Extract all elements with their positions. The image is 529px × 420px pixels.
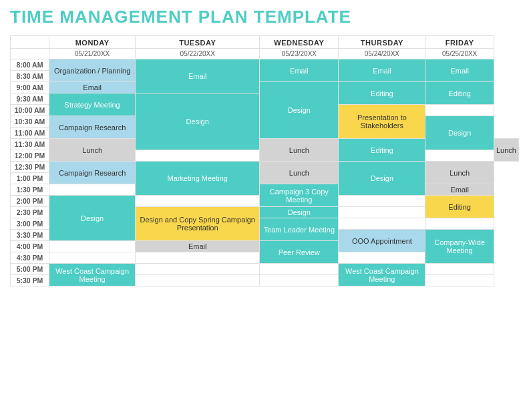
cell-mon-westcoast: West Coast Campaign Meeting (49, 264, 136, 286)
date-tuesday: 05/22/20XX (136, 49, 260, 59)
cell-empty (136, 264, 260, 275)
cell-empty (425, 264, 494, 275)
cell-mon-campaign-research-bot: Campaign Research (49, 162, 136, 184)
table-row: 8:00 AM Organization / Planning Email Em… (11, 59, 519, 71)
time-label: 10:00 AM (11, 105, 49, 116)
cell-wed-design-bot: Design (260, 207, 339, 218)
cell-tue-lunch: Lunch (260, 139, 339, 162)
cell-thu-design: Design (339, 162, 425, 196)
cell-empty (339, 218, 425, 230)
cell-fri-lunch: Lunch (425, 162, 494, 184)
cell-tue-email-bot: Email (136, 241, 260, 252)
cell-fri-company-wide: Company-Wide Meeting (425, 230, 494, 264)
cell-fri-editing-top: Editing (425, 82, 494, 105)
time-label: 5:00 PM (11, 264, 49, 275)
day-monday: MONDAY (49, 36, 136, 49)
time-label: 5:30 PM (11, 275, 49, 286)
time-label: 9:00 AM (11, 82, 49, 93)
page-title: TIME MANAGEMENT PLAN TEMPLATE (10, 7, 519, 27)
time-header (11, 36, 49, 49)
cell-empty (49, 184, 136, 196)
table-row: 12:30 PM Campaign Research Marketing Mee… (11, 162, 519, 173)
cell-wed-design-top: Design (260, 82, 339, 139)
date-monday: 05/21/20XX (49, 49, 136, 59)
cell-fri-editing-bot: Editing (425, 196, 494, 218)
cell-mon-lunch-top: Lunch (49, 139, 136, 162)
cell-empty (339, 252, 425, 264)
cell-empty (49, 241, 136, 252)
cell-fri-design: Design (425, 116, 494, 150)
time-label: 9:30 AM (11, 93, 49, 105)
time-label: 4:00 PM (11, 241, 49, 252)
cell-mon-design: Design (49, 196, 136, 241)
cell-thu-editing: Editing (339, 82, 425, 105)
cell-wed-teamleader: Team Leader Meeting (260, 218, 339, 241)
time-label: 4:30 PM (11, 252, 49, 264)
cell-empty (49, 252, 136, 264)
day-wednesday: WEDNESDAY (260, 36, 339, 49)
cell-thu-email: Email (339, 59, 425, 82)
date-empty (11, 49, 49, 59)
cell-thu-lunch: Lunch (494, 139, 518, 162)
time-label: 12:00 PM (11, 150, 49, 162)
cell-wed-lunch: Lunch (260, 162, 339, 184)
table-row: 9:00 AM Email Design Editing Editing (11, 82, 519, 93)
time-label: 3:30 PM (11, 230, 49, 241)
cell-thu-westcoast: West Coast Campaign Meeting (339, 264, 425, 286)
cell-empty (136, 252, 260, 264)
time-label: 2:30 PM (11, 207, 49, 218)
cell-wed-email: Email (260, 59, 339, 82)
cell-tue-design: Design (136, 93, 260, 150)
time-label: 8:00 AM (11, 59, 49, 71)
time-label: 1:00 PM (11, 173, 49, 184)
cell-empty (136, 275, 260, 286)
cell-fri-email-mid: Email (425, 184, 494, 196)
time-label: 11:00 AM (11, 128, 49, 139)
time-label: 10:30 AM (11, 116, 49, 128)
day-friday: FRIDAY (425, 36, 494, 49)
cell-empty (339, 207, 425, 218)
table-row: 1:30 PM Campaign 3 Copy Meeting Email (11, 184, 519, 196)
cell-empty (425, 105, 494, 116)
cell-thu-presentation: Presentation to Stakeholders (339, 105, 425, 139)
cell-empty (136, 150, 260, 162)
cell-mon-email: Email (49, 82, 136, 93)
cell-org-planning: Organization / Planning (49, 59, 136, 82)
time-label: 12:30 PM (11, 162, 49, 173)
cell-empty (425, 218, 494, 230)
date-wednesday: 05/23/20XX (260, 49, 339, 59)
cell-empty (339, 196, 425, 207)
date-thursday: 05/24/20XX (339, 49, 425, 59)
time-label: 1:30 PM (11, 184, 49, 196)
cell-empty (260, 275, 339, 286)
cell-wed-campaign3: Campaign 3 Copy Meeting (260, 184, 339, 207)
cell-wed-peerreview: Peer Review (260, 241, 339, 264)
time-label: 3:00 PM (11, 218, 49, 230)
cell-mon-strategy: Strategy Meeting (49, 93, 136, 116)
time-label: 8:30 AM (11, 71, 49, 82)
cell-tue-marketing: Marketing Meeting (136, 162, 260, 196)
cell-fri-email-top: Email (425, 59, 494, 82)
table-row: 5:00 PM West Coast Campaign Meeting West… (11, 264, 519, 275)
day-tuesday: TUESDAY (136, 36, 260, 49)
cell-empty (136, 196, 260, 207)
schedule-table: MONDAY TUESDAY WEDNESDAY THURSDAY FRIDAY… (10, 35, 519, 286)
date-friday: 05/25/20XX (425, 49, 494, 59)
cell-wed-editing: Editing (339, 139, 425, 162)
cell-mon-campaign-research-top: Campaign Research (49, 116, 136, 139)
cell-tue-email: Email (136, 59, 260, 93)
cell-tue-design-copy: Design and Copy Spring Campaign Presenta… (136, 207, 260, 241)
time-label: 2:00 PM (11, 196, 49, 207)
time-label: 11:30 AM (11, 139, 49, 150)
cell-thu-ooo: OOO Appointment (339, 230, 425, 252)
cell-empty (425, 275, 494, 286)
cell-empty (260, 264, 339, 275)
day-thursday: THURSDAY (339, 36, 425, 49)
